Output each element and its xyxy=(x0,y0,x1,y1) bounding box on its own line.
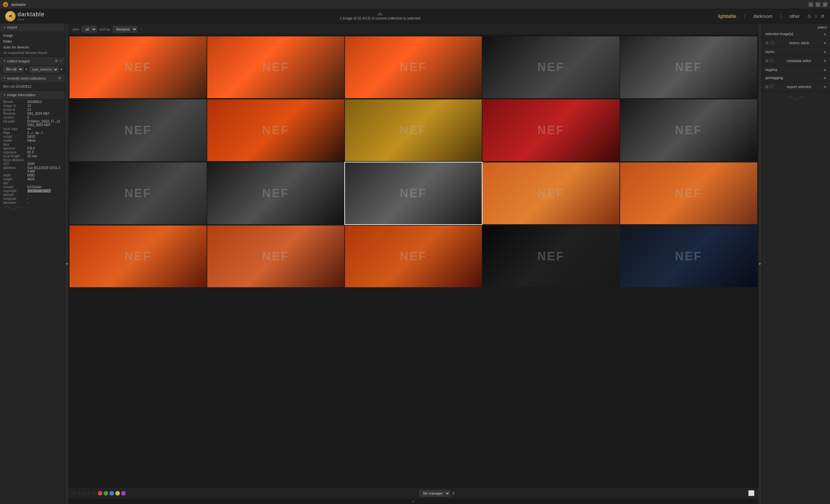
color-yellow[interactable] xyxy=(115,491,120,496)
selected-expand-icon[interactable]: ▶ xyxy=(824,32,827,36)
thumb-17[interactable]: NEF xyxy=(207,225,344,287)
thumb-9[interactable]: NEF xyxy=(482,99,619,161)
star-3[interactable]: ☆ xyxy=(82,491,86,496)
recently-used-header[interactable]: ▼ recently used collections ⚙ xyxy=(0,74,65,82)
thumb-6[interactable]: NEF xyxy=(69,99,206,161)
export-expand-left[interactable]: ⊞ xyxy=(765,85,769,89)
import-header[interactable]: ▼ import xyxy=(0,23,65,31)
thumb-16[interactable]: NEF xyxy=(69,225,206,287)
import-triangle: ▼ xyxy=(3,26,6,29)
thumb-11[interactable]: NEF xyxy=(69,162,206,224)
thumb-4[interactable]: NEF xyxy=(482,36,619,98)
tagging-expand-icon[interactable]: ▶ xyxy=(824,68,827,71)
image-info-section: ▼ image information filmroll 20180812 im… xyxy=(0,91,65,214)
info-label-flags: flags xyxy=(3,131,26,134)
import-folder[interactable]: folder xyxy=(3,38,61,44)
star-5[interactable]: ☆ xyxy=(92,491,96,496)
maximize-button[interactable]: □ xyxy=(816,2,820,7)
star-rating: ☆ ☆ ☆ ☆ ☆ xyxy=(72,491,96,496)
thumb-3[interactable]: NEF xyxy=(345,36,482,98)
thumb-15[interactable]: NEF xyxy=(620,162,757,224)
styles-expand-icon[interactable]: ▶ xyxy=(824,50,827,54)
metadata-expand-left[interactable]: ⊞ xyxy=(765,59,769,63)
export-selected-row[interactable]: ⊞ ⓘ export selected ▶ xyxy=(762,82,830,91)
recently-item-0[interactable]: film roll 20180812 xyxy=(3,84,61,89)
info-lens: lens xyxy=(3,143,61,146)
sort-select[interactable]: filename xyxy=(113,26,137,32)
content-toolbar: view all sort by filename ↑ xyxy=(68,23,759,35)
other-mode[interactable]: other xyxy=(787,12,802,20)
export-info-icon[interactable]: ⓘ xyxy=(770,84,774,89)
history-info-icon[interactable]: ⓘ xyxy=(770,40,774,45)
metadata-expand-icon[interactable]: ▶ xyxy=(824,59,827,62)
info-label-group-id: group id xyxy=(3,108,26,112)
right-sidebar: select selected image[s] ▶ ⚙ ⓘ history s… xyxy=(762,23,830,504)
lighttable-mode[interactable]: lighttable xyxy=(716,12,739,20)
film-roll-arrow-icon[interactable]: ▼ xyxy=(60,68,63,71)
selected-images-row[interactable]: selected image[s] ▶ xyxy=(762,30,830,38)
metadata-editor-row[interactable]: ⊞ ⓘ metadata editor ▶ xyxy=(762,56,830,65)
star-2[interactable]: ☆ xyxy=(77,491,81,496)
close-button[interactable]: ✕ xyxy=(823,2,827,7)
collapse-top-arrow[interactable] xyxy=(377,12,383,15)
info-label-iso: ISO xyxy=(3,162,26,166)
left-sidebar-collapse[interactable]: ◀ xyxy=(65,23,68,504)
file-manager-select[interactable]: file manager xyxy=(419,490,450,497)
star-icon[interactable]: ☆ xyxy=(814,14,818,19)
history-settings-icon[interactable]: ⚙ xyxy=(765,41,769,45)
export-expand-icon[interactable]: ▶ xyxy=(824,85,827,88)
film-roll-value-select[interactable]: icron_24mmX35.9mm\20180812 xyxy=(29,67,59,72)
info-label-focusdist: focus distance xyxy=(3,158,26,162)
thumb-14[interactable]: NEF xyxy=(482,162,619,224)
history-stack-row[interactable]: ⚙ ⓘ history stack ▶ xyxy=(762,38,830,48)
thumb-18[interactable]: NEF xyxy=(345,225,482,287)
info-image-id: image id 13 xyxy=(3,104,61,107)
thumb-5[interactable]: NEF xyxy=(620,36,757,98)
right-sidebar-collapse[interactable]: ▶ xyxy=(759,23,762,504)
sort-direction-icon[interactable]: ↑ xyxy=(140,27,142,32)
collapse-bottom[interactable]: ▼ xyxy=(68,499,759,504)
monitor-icon[interactable]: ⬜ xyxy=(748,490,755,496)
metadata-info-icon[interactable]: ⓘ xyxy=(770,58,774,63)
color-blue[interactable] xyxy=(109,491,114,496)
thumb-19[interactable]: NEF xyxy=(482,225,619,287)
no-devices-text: no supported devices found xyxy=(3,50,61,55)
thumb-13[interactable]: NEF xyxy=(345,162,482,224)
thumb-7[interactable]: NEF xyxy=(207,99,344,161)
color-green[interactable] xyxy=(104,491,108,496)
star-4[interactable]: ☆ xyxy=(87,491,91,496)
view-select[interactable]: all xyxy=(82,26,97,32)
darkroom-mode[interactable]: darkroom xyxy=(751,12,775,20)
collect-add-icon[interactable]: + xyxy=(59,59,61,63)
collect-images-header[interactable]: ▼ collect images ⚙ + xyxy=(0,57,65,65)
import-scan-devices[interactable]: scan for devices xyxy=(3,44,61,50)
settings-icon[interactable]: ⚙ xyxy=(821,14,825,19)
thumb-1[interactable]: NEF xyxy=(69,36,206,98)
recently-content: film roll 20180812 xyxy=(0,82,65,91)
image-info-header[interactable]: ▼ image information xyxy=(0,91,65,99)
star-1[interactable]: ☆ xyxy=(72,491,76,496)
thumb-2[interactable]: NEF xyxy=(207,36,344,98)
collect-content: film roll ▼ icron_24mmX35.9mm\20180812 ▼ xyxy=(0,65,65,74)
grid-icon[interactable]: G xyxy=(807,14,811,19)
nef-label-10: NEF xyxy=(675,124,702,137)
recently-settings-icon[interactable]: ⚙ xyxy=(58,76,61,80)
color-red[interactable] xyxy=(98,491,102,496)
film-roll-select[interactable]: film roll xyxy=(3,66,23,72)
thumb-10[interactable]: NEF xyxy=(620,99,757,161)
tagging-row[interactable]: tagging ▶ xyxy=(762,66,830,73)
import-image[interactable]: image xyxy=(3,32,61,38)
collect-settings-icon[interactable]: ⚙ xyxy=(55,59,58,63)
collect-arrow-icon[interactable]: ▼ xyxy=(25,68,28,71)
styles-row[interactable]: styles ▶ xyxy=(762,48,830,56)
color-purple[interactable] xyxy=(121,491,126,496)
history-expand-icon[interactable]: ▶ xyxy=(824,41,827,44)
titlebar-controls[interactable]: ─ □ ✕ xyxy=(808,2,827,7)
geotagging-row[interactable]: geotagging ▶ xyxy=(762,74,830,82)
thumb-8[interactable]: NEF xyxy=(345,99,482,161)
thumb-12[interactable]: NEF xyxy=(207,162,344,224)
minimize-button[interactable]: ─ xyxy=(808,2,813,7)
geotagging-expand-icon[interactable]: ▶ xyxy=(824,76,827,80)
info-value-width: 6080 xyxy=(27,174,34,177)
thumb-20[interactable]: NEF xyxy=(620,225,757,287)
